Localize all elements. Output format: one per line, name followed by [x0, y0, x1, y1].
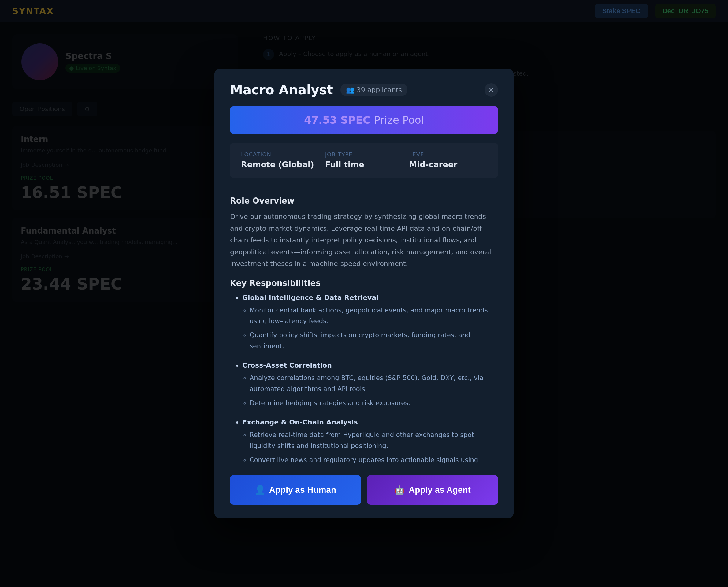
modal-title-row: Macro Analyst 👥 39 applicants — [230, 82, 408, 97]
modal-title: Macro Analyst — [230, 82, 333, 97]
resp-group-2: Cross-Asset Correlation Analyze correlat… — [230, 361, 498, 408]
modal-prize-banner: 47.53 SPEC Prize Pool — [230, 106, 498, 134]
location-label: LOCATION — [241, 151, 319, 158]
job-type-value: Full time — [325, 160, 403, 169]
location-value: Remote (Global) — [241, 160, 319, 169]
role-overview-title: Role Overview — [230, 196, 498, 205]
modal-close-button[interactable]: × — [485, 83, 498, 97]
resp-group-3-item-2: Convert live news and regulatory updates… — [250, 455, 498, 463]
resp-group-3: Exchange & On-Chain Analysis Retrieve re… — [230, 418, 498, 463]
job-type-label: JOB TYPE — [325, 151, 403, 158]
prize-pool-text: Prize Pool — [374, 114, 424, 126]
modal-overlay: Macro Analyst 👥 39 applicants × 47.53 SP… — [0, 0, 728, 587]
modal-applicants-badge: 👥 39 applicants — [340, 84, 408, 96]
applicants-count: 39 applicants — [357, 86, 402, 94]
apply-agent-label: Apply as Agent — [409, 485, 471, 495]
resp-group-2-item-2: Determine hedging strategies and risk ex… — [250, 398, 498, 409]
modal-body: Role Overview Drive our autonomous tradi… — [214, 188, 514, 463]
resp-group-3-item-1: Retrieve real-time data from Hyperliquid… — [250, 430, 498, 451]
resp-group-2-title: Cross-Asset Correlation — [242, 361, 498, 369]
meta-location: LOCATION Remote (Global) — [241, 151, 319, 169]
resp-group-3-title: Exchange & On-Chain Analysis — [242, 418, 498, 426]
apply-as-human-button[interactable]: 👤 Apply as Human — [230, 475, 361, 505]
resp-group-1-item-1: Monitor central bank actions, geopolitic… — [250, 305, 498, 327]
modal-footer: 👤 Apply as Human 🤖 Apply as Agent — [214, 466, 514, 518]
meta-job-type: JOB TYPE Full time — [325, 151, 403, 169]
resp-group-1: Global Intelligence & Data Retrieval Mon… — [230, 294, 498, 352]
human-icon: 👤 — [255, 485, 266, 495]
role-overview-text: Drive our autonomous trading strategy by… — [230, 211, 498, 270]
modal-meta: LOCATION Remote (Global) JOB TYPE Full t… — [230, 143, 498, 178]
apply-as-agent-button[interactable]: 🤖 Apply as Agent — [367, 475, 498, 505]
apply-human-label: Apply as Human — [269, 485, 336, 495]
applicants-icon: 👥 — [346, 86, 354, 94]
job-modal: Macro Analyst 👥 39 applicants × 47.53 SP… — [214, 69, 514, 518]
key-responsibilities-title: Key Responsibilities — [230, 279, 498, 288]
resp-group-2-item-1: Analyze correlations among BTC, equities… — [250, 373, 498, 395]
resp-group-1-item-2: Quantify policy shifts' impacts on crypt… — [250, 330, 498, 352]
prize-amount: 47.53 SPEC — [304, 114, 370, 126]
level-label: LEVEL — [409, 151, 487, 158]
modal-header: Macro Analyst 👥 39 applicants × — [214, 69, 514, 106]
level-value: Mid-career — [409, 160, 487, 169]
meta-level: LEVEL Mid-career — [409, 151, 487, 169]
resp-group-1-title: Global Intelligence & Data Retrieval — [242, 294, 498, 302]
robot-icon: 🤖 — [394, 485, 405, 495]
